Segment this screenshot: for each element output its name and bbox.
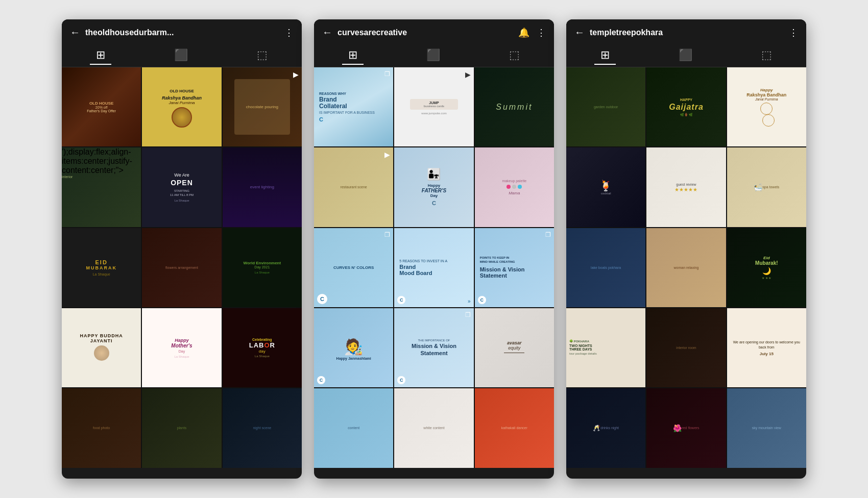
cell-p3-13[interactable]: 🥂 drinks night [566, 388, 645, 467]
multi-icon-p2-9: ❐ [545, 231, 551, 238]
tv-tab-2[interactable]: ⬛ [420, 46, 446, 65]
grid-tab-3[interactable]: ⊞ [594, 46, 616, 65]
header-icons-1: ⋮ [284, 27, 294, 38]
back-button-1[interactable]: ← [70, 27, 80, 38]
grid-tab-2[interactable]: ⊞ [342, 46, 364, 65]
cell-p1-12[interactable]: Celebrating LABOR day La Shaque [223, 308, 302, 387]
cell-p3-2[interactable]: HAPPY Gaijatra 🌿 🏺 🌿 [646, 67, 726, 146]
cell-p2-12[interactable]: avasar equity [475, 308, 554, 387]
tv-tab-3[interactable]: ⬛ [672, 46, 698, 65]
cell-p1-7[interactable]: EID MUBARAK La Shaque [62, 228, 141, 307]
cell-p1-2[interactable]: OLD HOUSE Rakshya Bandhan Janai Purnima [142, 67, 221, 146]
cell-p2-4[interactable]: ▶ restaurant scene [314, 147, 393, 227]
tv-tab-1[interactable]: ⬛ [168, 46, 194, 65]
more-icon-1[interactable]: ⋮ [284, 27, 294, 38]
cell-p3-5[interactable]: guest review ★★★★★ [646, 147, 726, 227]
play-icon-p1-3: ▶ [293, 70, 299, 79]
cell-p3-1[interactable]: garden outdoor [566, 67, 645, 146]
bell-icon-2[interactable]: 🔔 [518, 27, 529, 38]
phone-1-header: ← theoldhousedurbarm... ⋮ [62, 19, 302, 42]
username-2[interactable]: curvesarecreative [337, 28, 513, 37]
header-icons-2: 🔔 ⋮ [518, 27, 546, 38]
cell-p2-9[interactable]: ❐ POINTS TO KEEP INMIND WHILE CREATING M… [475, 228, 554, 307]
cell-p1-14[interactable]: plants [142, 388, 221, 467]
cell-p1-10[interactable]: HAPPY BUDDHA JAYANTI [62, 308, 141, 387]
cell-p1-9[interactable]: World Environment Day 2021 La Shaque [223, 228, 302, 307]
more-icon-3[interactable]: ⋮ [789, 27, 798, 38]
cell-p3-3[interactable]: Happy Rakshya Bandhan Janai Purnima [727, 67, 806, 146]
cell-p2-2[interactable]: ▶ JUMP business cards www.jumpsite.com [394, 67, 473, 146]
cell-p2-15[interactable]: kathakali dancer [475, 388, 554, 467]
grid-3[interactable]: garden outdoor HAPPY Gaijatra 🌿 🏺 🌿 Happ… [566, 67, 806, 479]
header-icons-3: ⋮ [789, 27, 798, 38]
nav-tabs-2: ⊞ ⬛ ⬚ [314, 42, 554, 67]
cell-p1-8[interactable]: flowers arrangement [142, 228, 221, 307]
cell-p2-6[interactable]: makeup palette Mama [475, 147, 554, 227]
cell-p2-7[interactable]: ❐ C CURVES N' COLORS [314, 228, 393, 307]
cell-p1-11[interactable]: Happy Mother's Day La Shaque [142, 308, 221, 387]
cell-p1-6[interactable]: event lighting [223, 147, 302, 227]
more-icon-2[interactable]: ⋮ [537, 27, 546, 38]
cell-p1-1[interactable]: OLD HOUSE 20% off Father's Day Offer [62, 67, 141, 146]
phone-1: ← theoldhousedurbarm... ⋮ ⊞ ⬛ ⬚ OLD HOUS… [62, 19, 302, 479]
cell-p3-10[interactable]: 🌳 POKHARA TWO NIGHTSTHREE DAYS tour pack… [566, 308, 645, 387]
cell-p3-14[interactable]: 🌺 red flowers [646, 388, 726, 467]
cell-p3-9[interactable]: Eid Mubarak! 🌙 ★ ★ ★ [727, 228, 806, 307]
phone-3-header: ← templetreepokhara ⋮ [566, 19, 806, 42]
person-tab-3[interactable]: ⬚ [755, 46, 778, 65]
cell-p3-6[interactable]: 🛀 spa towels [727, 147, 806, 227]
person-tab-2[interactable]: ⬚ [503, 46, 526, 65]
cell-p1-4[interactable]: ');display:flex;align-items:center;justi… [62, 147, 141, 227]
back-button-3[interactable]: ← [574, 27, 585, 38]
phone-3: ← templetreepokhara ⋮ ⊞ ⬛ ⬚ garden outdo… [566, 19, 806, 479]
double-arrow-p2-8: » [468, 298, 471, 304]
username-1[interactable]: theoldhousedurbarm... [85, 28, 279, 37]
cell-p2-11[interactable]: ❐ THE IMPORTANCE OF Mission & Vision Sta… [394, 308, 473, 387]
cell-p3-8[interactable]: woman relaxing [646, 228, 726, 307]
cell-p2-10[interactable]: C 🧑‍🎨 Happy Janmashtami [314, 308, 393, 387]
cell-p3-12[interactable]: We are opening our doors to welcome you … [727, 308, 806, 387]
cell-p3-7[interactable]: lake boats pokhara [566, 228, 645, 307]
cell-p3-15[interactable]: sky mountain view [727, 388, 806, 467]
nav-tabs-1: ⊞ ⬛ ⬚ [62, 42, 302, 67]
cell-p3-4[interactable]: 🍹 cocktail [566, 147, 645, 227]
cell-p2-5[interactable]: 👨‍👧 Happy FATHER'S Day C [394, 147, 473, 227]
cell-p2-14[interactable]: white content [394, 388, 473, 467]
grid-2[interactable]: ❐ REASONS WHY BrandCollateral IS IMPORTA… [314, 67, 554, 479]
cell-p2-3[interactable]: Summit [475, 67, 554, 146]
multi-icon-p2-11: ❐ [465, 311, 471, 318]
cell-p1-5[interactable]: We Are OPEN STARTING11 AM TILL 8 PM La S… [142, 147, 221, 227]
nav-tabs-3: ⊞ ⬛ ⬚ [566, 42, 806, 67]
play-icon-p2-4: ▶ [384, 151, 390, 159]
cell-p2-1[interactable]: ❐ REASONS WHY BrandCollateral IS IMPORTA… [314, 67, 393, 146]
multi-icon-p2-1: ❐ [384, 70, 390, 78]
username-3[interactable]: templetreepokhara [590, 28, 784, 37]
photo-grid-2: ❐ REASONS WHY BrandCollateral IS IMPORTA… [314, 67, 554, 468]
grid-1[interactable]: OLD HOUSE 20% off Father's Day Offer OLD… [62, 67, 302, 479]
cell-p2-8[interactable]: » 5 REASONS TO INVEST IN A BrandMood Boa… [394, 228, 473, 307]
multi-icon-p2-7: ❐ [384, 231, 390, 238]
grid-tab-1[interactable]: ⊞ [90, 46, 111, 65]
photo-grid-1: OLD HOUSE 20% off Father's Day Offer OLD… [62, 67, 302, 468]
play-icon-p2-2: ▶ [465, 70, 471, 79]
cell-p2-13[interactable]: content [314, 388, 393, 467]
back-button-2[interactable]: ← [322, 27, 332, 38]
photo-grid-3: garden outdoor HAPPY Gaijatra 🌿 🏺 🌿 Happ… [566, 67, 806, 468]
phone-2: ← curvesarecreative 🔔 ⋮ ⊞ ⬛ ⬚ ❐ REASONS … [314, 19, 554, 479]
person-tab-1[interactable]: ⬚ [251, 46, 274, 65]
cell-p1-13[interactable]: food photo [62, 388, 141, 467]
cell-p1-15[interactable]: night scene [223, 388, 302, 467]
phone-2-header: ← curvesarecreative 🔔 ⋮ [314, 19, 554, 42]
cell-p3-11[interactable]: interior room [646, 308, 726, 387]
cell-p1-3[interactable]: ▶ chocolate pouring [223, 67, 302, 146]
